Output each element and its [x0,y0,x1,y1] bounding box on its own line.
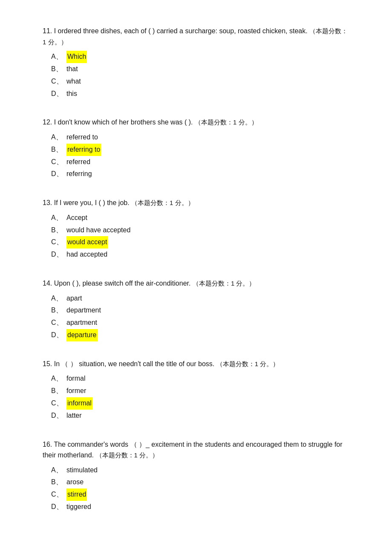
question-number-11: 11. [43,27,54,35]
option-text-11-2: what [66,75,81,88]
question-number-14: 14. [43,280,54,287]
question-body-15: In （ ） situation, we needn't call the ti… [54,360,216,367]
option-label-16-2: C、 [51,489,64,501]
option-label-12-0: A、 [51,131,64,144]
option-label-16-0: A、 [51,464,64,477]
question-number-15: 15. [43,360,54,367]
option-row-13-0: A、Accept [51,212,349,224]
option-text-15-2: informal [66,397,92,410]
option-row-13-2: C、would accept [51,236,349,249]
option-row-16-1: B、arose [51,476,349,489]
question-body-16: The commander's words （ ）_ excitement in… [43,441,343,459]
option-label-11-0: A、 [51,51,64,63]
question-text-12: 12. I don't know which of her brothers s… [43,117,349,128]
option-row-15-2: C、informal [51,397,349,410]
option-row-15-3: D、latter [51,410,349,422]
question-score-14: （本题分数：1 分。） [193,280,256,287]
option-label-11-3: D、 [51,88,64,100]
option-label-12-1: B、 [51,144,64,156]
option-row-14-1: B、department [51,304,349,317]
question-score-13: （本题分数：1 分。） [131,199,194,206]
option-label-13-2: C、 [51,236,64,249]
option-text-13-2: would accept [66,236,108,249]
option-text-15-0: formal [66,373,85,385]
option-text-16-0: stimulated [66,464,98,477]
option-label-14-1: B、 [51,304,64,317]
question-body-12: I don't know which of her brothers she w… [54,119,195,126]
option-row-11-2: C、what [51,75,349,88]
question-block-14: 14. Upon ( ), please switch off the air-… [43,278,349,341]
option-row-13-1: B、would have accepted [51,224,349,237]
question-block-15: 15. In （ ） situation, we needn't call th… [43,358,349,422]
question-text-14: 14. Upon ( ), please switch off the air-… [43,278,349,289]
option-label-14-2: C、 [51,317,64,329]
option-row-12-2: C、referred [51,156,349,168]
question-score-16: （本题分数：1 分。） [96,451,159,459]
option-text-15-3: latter [66,410,82,422]
question-text-13: 13. If I were you, I ( ) the job. （本题分数：… [43,197,349,208]
options-16: A、stimulatedB、aroseC、stirredD、tiggered [51,464,349,513]
option-row-16-3: D、tiggered [51,501,349,513]
question-number-13: 13. [43,199,54,206]
option-row-11-0: A、Which [51,51,349,63]
question-body-14: Upon ( ), please switch off the air-cond… [54,280,193,287]
question-number-16: 16. [43,441,54,448]
option-row-15-0: A、formal [51,373,349,385]
question-number-12: 12. [43,119,54,126]
question-text-11: 11. I ordered three dishes, each of ( ) … [43,26,349,47]
option-text-14-2: apartment [66,317,97,329]
option-text-16-2: stirred [66,489,87,501]
option-row-14-3: D、departure [51,329,349,341]
option-text-14-3: departure [66,329,98,341]
option-label-15-2: C、 [51,397,64,410]
option-text-11-3: this [66,88,77,100]
option-label-13-0: A、 [51,212,64,224]
question-block-11: 11. I ordered three dishes, each of ( ) … [43,26,349,100]
option-label-15-1: B、 [51,385,64,397]
option-label-11-1: B、 [51,63,64,75]
option-label-13-1: B、 [51,224,64,237]
option-label-16-1: B、 [51,476,64,489]
option-row-14-2: C、apartment [51,317,349,329]
option-row-14-0: A、apart [51,292,349,305]
options-15: A、formalB、formerC、informalD、latter [51,373,349,422]
option-label-11-2: C、 [51,75,64,88]
option-text-13-0: Accept [66,212,87,224]
option-text-13-1: would have accepted [66,224,130,237]
option-row-12-0: A、referred to [51,131,349,144]
option-label-15-3: D、 [51,410,64,422]
option-label-12-2: C、 [51,156,64,168]
question-score-15: （本题分数：1 分。） [216,360,280,367]
question-text-15: 15. In （ ） situation, we needn't call th… [43,358,349,370]
option-row-12-3: D、referring [51,168,349,180]
option-label-16-3: D、 [51,501,64,513]
options-13: A、AcceptB、would have acceptedC、would acc… [51,212,349,261]
option-text-12-0: referred to [66,131,98,144]
option-text-14-0: apart [66,292,82,305]
option-row-11-3: D、this [51,88,349,100]
option-row-13-3: D、had accepted [51,249,349,261]
option-text-12-3: referring [66,168,92,180]
option-label-12-3: D、 [51,168,64,180]
question-body-11: I ordered three dishes, each of ( ) carr… [54,27,309,35]
option-label-14-3: D、 [51,329,64,341]
option-row-15-1: B、former [51,385,349,397]
question-block-13: 13. If I were you, I ( ) the job. （本题分数：… [43,197,349,261]
question-score-12: （本题分数：1 分。） [195,119,258,126]
option-text-16-3: tiggered [66,501,91,513]
option-text-12-1: referring to [66,144,101,156]
option-row-16-0: A、stimulated [51,464,349,477]
option-row-11-1: B、that [51,63,349,75]
option-text-11-0: Which [66,51,87,63]
option-row-16-2: C、stirred [51,489,349,501]
options-11: A、WhichB、thatC、whatD、this [51,51,349,100]
option-label-14-0: A、 [51,292,64,305]
option-text-15-1: former [66,385,86,397]
option-label-13-3: D、 [51,249,64,261]
option-row-12-1: B、referring to [51,144,349,156]
option-text-11-1: that [66,63,78,75]
question-block-16: 16. The commander's words （ ）_ excitemen… [43,439,349,513]
option-text-13-3: had accepted [66,249,107,261]
options-14: A、apartB、departmentC、apartmentD、departur… [51,292,349,341]
question-body-13: If I were you, I ( ) the job. [54,199,131,206]
